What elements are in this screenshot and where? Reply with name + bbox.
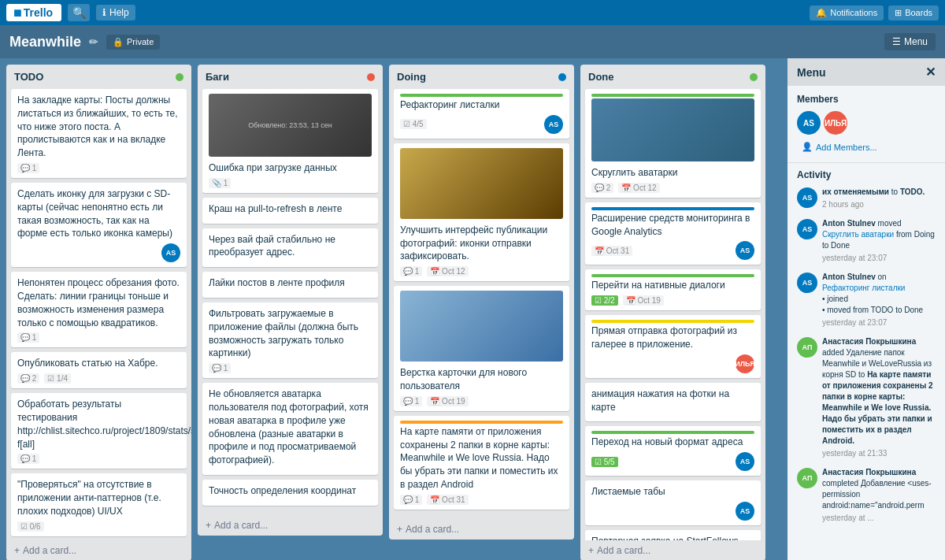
card-badge: 📅 Oct 31 [591,246,632,256]
card[interactable]: Через вай фай стабильно не преобразует а… [202,228,378,268]
privacy-badge[interactable]: 🔒 Private [106,35,160,50]
card-text: Улучшить интерфейс публикации фотографий… [400,224,563,263]
card-text: Не обновляется аватарка пользователя под… [209,388,372,467]
activity-avatar: AS [797,219,817,239]
activity-text: Анастасия Покрышкина added Удаление папо… [822,336,936,459]
activity-time: yesterday at 23:07 [822,317,936,328]
card[interactable]: Расширение средств мониторинга в Google … [585,202,761,265]
bell-icon: 🔔 [816,8,827,18]
card[interactable]: На закладке карты: Посты должны листатьс… [11,89,187,178]
column-title: Doing [397,71,426,83]
card-badge: ☑ 0/6 [17,521,44,532]
card-badge: 💬 1 [17,454,39,464]
card-meta: 💬 1📅 Oct 19 [400,396,563,406]
card-avatar: AS [736,241,754,260]
activity-title: Activity [797,169,936,180]
card-text: "Проверяться" на отсутствие в приложении… [17,478,180,517]
activity-text: их отменяемыми to TODO.2 hours ago [822,187,936,210]
card-meta: 💬 2☑ 1/4 [17,373,180,384]
activity-text: Anton Stulnev moved Скруглить аватарки f… [822,218,936,264]
card-badge: 💬 1 [17,163,39,173]
card-text: Повторная заявка на StartFellows. [591,535,754,540]
card-badge: 📅 Oct 19 [427,396,468,406]
card[interactable]: Верстка карточки для нового пользователя… [394,286,569,411]
card[interactable]: Перейти на нативные диалоги☑ 2/2📅 Oct 19 [585,269,761,310]
card-avatar: AS [736,502,754,521]
card[interactable]: Переход на новый формат адреса☑ 5/5AS [585,426,761,476]
add-members-button[interactable]: 👤 Add Members... [797,139,936,154]
card-label-bar [591,207,754,210]
card[interactable]: Рефакторинг листалки☑ 4/5AS [394,89,569,139]
card-meta: 💬 2📅 Oct 12 [591,183,754,193]
card[interactable]: На карте памяти от приложения сохранены … [394,416,569,510]
card[interactable]: Точность определения координат [202,480,378,506]
card-badge: 📎 1 [209,178,231,188]
card[interactable]: Скруглить аватарки💬 2📅 Oct 12 [585,89,761,198]
trello-logo[interactable]: ■Trello [6,4,61,21]
card[interactable]: Листаемые табыAS [585,480,761,525]
card-badge: 💬 2 [591,183,613,193]
card-label-bar [591,94,754,97]
activity-avatar: AS [797,273,817,293]
search-button[interactable]: 🔍 [68,4,90,21]
add-card-button-doing[interactable]: + Add a card... [389,519,574,540]
card-text: Перейти на нативные диалоги [591,279,754,292]
card[interactable]: Улучшить интерфейс публикации фотографий… [394,143,569,281]
cards-container: Рефакторинг листалки☑ 4/5ASУлучшить инте… [389,89,574,519]
person-icon: 👤 [802,142,813,152]
card[interactable]: Прямая отправка фотографий из галерее в … [585,315,761,378]
card[interactable]: Лайки постов в ленте профиля [202,272,378,298]
member-avatar[interactable]: ИЛЬЯ [824,111,847,135]
board-title[interactable]: Meanwhile [9,34,81,50]
top-navigation: ■Trello 🔍 ℹ Help 🔔 Notifications ⊞ Board… [0,0,945,25]
card[interactable]: Непонятен процесс обрезания фото. Сделат… [11,272,187,347]
column-title: Done [588,71,614,83]
card[interactable]: Фильтровать загружаемые в приложение фай… [202,302,378,378]
card-badge: 💬 1 [17,332,39,343]
card-meta: 💬 1 [17,163,180,173]
menu-button[interactable]: ☰ Menu [884,33,936,50]
add-card-button-todo[interactable]: + Add a card... [6,540,191,560]
card-meta: 💬 1 [17,454,180,464]
card-avatar: AS [736,452,754,471]
add-card-button-bugs[interactable]: + Add a card... [198,515,383,536]
activity-time: 2 hours ago [822,199,936,210]
card-avatar: AS [161,243,180,262]
column-dot [750,73,758,81]
card[interactable]: Обновлено: 23:53, 13 сенОшибка при загру… [202,89,378,193]
card[interactable]: анимация нажатия на фотки на карте [585,383,761,422]
boards-icon: ⊞ [895,8,902,18]
right-panel: Menu ✕ Members ASИЛЬЯ 👤 Add Members... A… [788,58,945,560]
card[interactable]: Обработать результаты тестирования http:… [11,393,187,469]
card-text: Переход на новый формат адреса [591,436,754,449]
card-text: Ошибка при загрузке данных [209,161,372,175]
help-button[interactable]: ℹ Help [96,5,135,20]
card-badge: 📅 Oct 19 [623,295,664,306]
notifications-button[interactable]: 🔔 Notifications [810,6,884,20]
activity-item: АПАнастасия Покрышкина added Удаление па… [797,336,936,459]
card[interactable]: Сделать иконку для загрузки с SD-карты (… [11,183,187,267]
add-card-button-done[interactable]: + Add a card... [580,540,765,560]
card[interactable]: Не обновляется аватарка пользователя под… [202,383,378,475]
column-dot [176,73,183,81]
card[interactable]: Опубликовать статью на Хабре.💬 2☑ 1/4 [11,352,187,388]
card-label-bar [591,431,754,434]
card-meta: AS [591,502,754,521]
panel-header: Menu ✕ [788,58,945,86]
member-avatar[interactable]: AS [797,111,821,135]
card[interactable]: "Проверяться" на отсутствие в приложении… [11,473,187,536]
plus-icon: + [588,545,594,556]
card-text: Верстка карточки для нового пользователя [400,366,563,393]
activity-item: ASих отменяемыми to TODO.2 hours ago [797,187,936,210]
card[interactable]: Повторная заявка на StartFellows. [585,530,761,540]
activity-item: ASAnton Stulnev moved Скруглить аватарки… [797,218,936,264]
panel-close-icon[interactable]: ✕ [925,65,936,80]
card-text: Лайки постов в ленте профиля [209,276,372,290]
card-text: Рефакторинг листалки [400,98,563,112]
boards-button[interactable]: ⊞ Boards [888,6,939,20]
card[interactable]: Краш на pull-to-refresh в ленте [202,198,378,224]
card-text: Через вай фай стабильно не преобразует а… [209,233,372,260]
help-icon: ℹ [102,7,106,18]
column-title: TODO [14,71,43,83]
edit-title-icon[interactable]: ✏ [89,35,98,48]
